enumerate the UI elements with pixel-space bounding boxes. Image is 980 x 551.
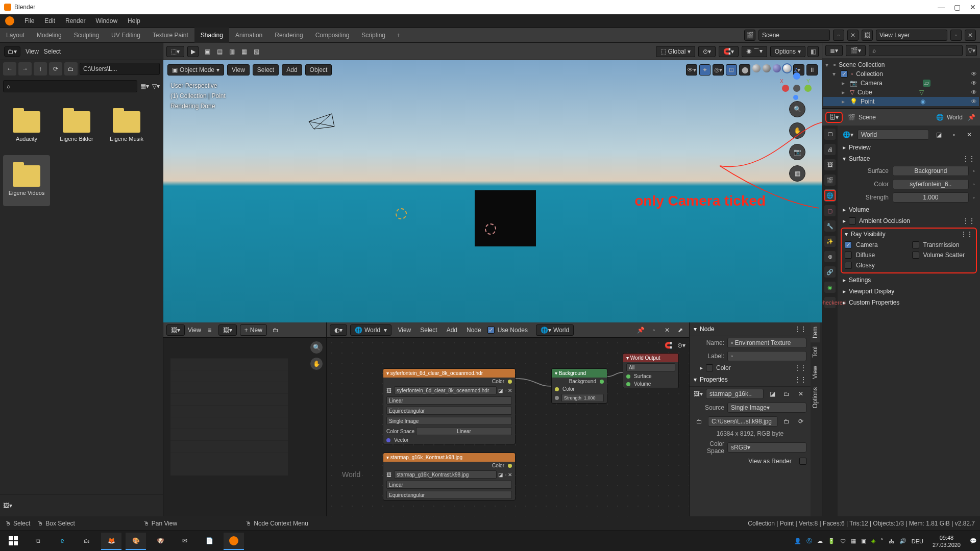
tray-chevron-icon[interactable]: ˄ <box>880 538 884 544</box>
menu-window[interactable]: Window <box>90 14 122 28</box>
menu-help[interactable]: Help <box>122 14 145 28</box>
ne-overlay-icon[interactable]: ⊙▾ <box>676 340 687 351</box>
imgedit-hlines-icon[interactable]: ≡ <box>204 324 215 336</box>
select-mode-5-icon[interactable]: ▧ <box>251 46 262 57</box>
panel-ray-visibility[interactable]: ▾ Ray Visibility⋮⋮ <box>842 229 976 240</box>
scene-delete-icon[interactable]: ✕ <box>847 30 859 41</box>
path-field[interactable]: C:\Users\L... <box>80 63 160 75</box>
outliner-item-cube[interactable]: ▸▽Cube▽👁 <box>823 88 979 97</box>
orientation-dropdown[interactable]: ⬚ Global ▾ <box>656 46 696 57</box>
scene-new-icon[interactable]: ▫ <box>833 30 844 41</box>
proportional-edit-toggle[interactable]: ◉ ⌒▾ <box>742 46 767 57</box>
outliner-display-icon[interactable]: 🎬▾ <box>846 45 866 56</box>
display-mode-icon[interactable]: ▦▾ <box>140 83 149 90</box>
shading-solid-icon[interactable] <box>763 64 771 72</box>
view-as-render-checkbox[interactable] <box>799 458 806 465</box>
tray-lang[interactable]: DEU <box>912 538 923 544</box>
cursor-tool-icon[interactable]: ▶ <box>187 46 199 57</box>
ptab-output-icon[interactable]: 🖨 <box>824 144 836 155</box>
node-color-checkbox[interactable] <box>706 364 713 371</box>
tray-people-icon[interactable]: 👤 <box>794 538 801 544</box>
tab-layout[interactable]: Layout <box>0 28 31 43</box>
nav-newfolder-icon[interactable]: 🗀 <box>64 62 78 76</box>
imgedit-type-icon[interactable]: 🖼▾ <box>3 502 12 509</box>
rayvis-glossy-checkbox[interactable] <box>845 262 852 269</box>
outliner-type-icon[interactable]: ≣▾ <box>825 45 843 56</box>
panel-ao[interactable]: ▸ Ambient Occlusion⋮⋮ <box>840 215 978 227</box>
tray-app1-icon[interactable]: ▦ <box>851 538 856 544</box>
rayvis-camera-checkbox[interactable]: ✓ <box>845 241 852 248</box>
tray-battery-icon[interactable]: 🔋 <box>828 538 835 544</box>
outliner-scene-collection[interactable]: ▾▫Scene Collection <box>823 60 979 69</box>
folder-eigene-musik[interactable]: Eigene Musik <box>103 101 150 152</box>
folder-eigene-videos[interactable]: Eigene Videos <box>3 155 50 206</box>
uv-grid[interactable] <box>170 358 288 475</box>
ne-menu-node[interactable]: Node <box>463 327 484 334</box>
imgedit-type-dropdown-icon[interactable]: 🖼▾ <box>166 324 185 336</box>
tab-sculpting[interactable]: Sculpting <box>68 28 105 43</box>
zoom-gizmo-icon[interactable]: 🔍 <box>789 101 805 117</box>
use-nodes-checkbox[interactable]: ✓ <box>487 327 495 334</box>
pan-gizmo-icon[interactable]: ✋ <box>789 122 805 139</box>
fb-menu-select[interactable]: Select <box>44 48 61 55</box>
pivot-dropdown[interactable]: ⊙▾ <box>698 46 716 57</box>
vp-overlay-1-icon[interactable]: ◧ <box>807 46 819 57</box>
ptab-modifier-icon[interactable]: 🔧 <box>824 220 836 232</box>
vp-menu-add[interactable]: Add <box>282 64 302 76</box>
node-background[interactable]: ▾ Background Background Color Strength 1… <box>551 368 607 404</box>
scene-name-field[interactable]: Scene <box>758 30 830 41</box>
gimp-icon[interactable]: 🐶 <box>150 533 170 550</box>
folder-eigene-bilder[interactable]: Eigene Bilder <box>53 101 100 152</box>
world-unlink-icon[interactable]: ✕ <box>964 129 975 140</box>
viewlayer-field[interactable]: View Layer <box>876 30 947 41</box>
gizmo-toggle-icon[interactable]: ✦ <box>699 64 710 76</box>
viewlayer-delete-icon[interactable]: ✕ <box>965 30 976 41</box>
img-fake-icon[interactable]: 🗀 <box>781 388 792 399</box>
tab-tool[interactable]: Tool <box>811 342 820 362</box>
tray-app2-icon[interactable]: ▣ <box>861 538 866 544</box>
source-dropdown[interactable]: Single Image ▾ <box>727 403 806 413</box>
tab-animation[interactable]: Animation <box>229 28 268 43</box>
node-scope-dropdown[interactable]: 🌐 World ▾ <box>350 324 391 336</box>
mail-icon[interactable]: ✉ <box>175 533 195 550</box>
world-new-icon[interactable]: ◪ <box>933 129 944 140</box>
eye-icon[interactable]: 👁 <box>971 98 977 105</box>
point-light-icon[interactable] <box>396 208 407 219</box>
select-mode-4-icon[interactable]: ▦ <box>238 46 250 57</box>
nav-forward-icon[interactable]: → <box>18 62 32 76</box>
ptab-particles-icon[interactable]: ✨ <box>824 236 836 247</box>
tab-modeling[interactable]: Modeling <box>31 28 68 43</box>
filter-icon[interactable]: ▽▾ <box>152 83 160 90</box>
overlays-toggle-icon[interactable]: ◎▾ <box>713 64 724 76</box>
nav-back-icon[interactable]: ← <box>3 62 16 76</box>
node-env-texture-2[interactable]: ▾ starmap_g16k_Kontrast.k98.jpg Color 🖼s… <box>383 453 516 500</box>
xray-toggle-icon[interactable]: ⊡ <box>726 64 737 76</box>
vp-menu-select[interactable]: Select <box>253 64 279 76</box>
blender-taskbar-icon[interactable] <box>224 533 244 550</box>
imgedit-open-icon[interactable]: 🗀 <box>270 324 281 336</box>
tray-skype-icon[interactable]: Ⓢ <box>806 537 812 545</box>
menu-edit[interactable]: Edit <box>39 14 60 28</box>
ptab-constraints-icon[interactable]: 🔗 <box>824 266 836 278</box>
tab-view[interactable]: View <box>811 362 820 383</box>
surface-shader-dropdown[interactable]: Background <box>893 166 969 176</box>
node-canvas[interactable]: World ▾ syferfontein_6d_clear_8k_oceanmo… <box>327 338 689 516</box>
outliner-filter-icon[interactable]: ▽▾ <box>966 45 977 56</box>
ptab-object-icon[interactable]: ▢ <box>824 205 836 216</box>
imgedit-img-dropdown[interactable]: 🖼▾ <box>218 324 237 336</box>
camera-object-icon[interactable] <box>306 111 337 132</box>
ptab-render-icon[interactable]: 🖵 <box>824 129 836 140</box>
imgedit-menu-view[interactable]: View <box>188 327 201 334</box>
rayvis-volumescatter-checkbox[interactable] <box>912 252 919 259</box>
options-dropdown[interactable]: Options ▾ <box>770 46 805 57</box>
viewlayer-new-icon[interactable]: ▫ <box>950 30 962 41</box>
folder-audacity[interactable]: Audacity <box>3 101 50 152</box>
tray-network-icon[interactable]: 🖧 <box>889 538 894 544</box>
light-data-icon[interactable]: ◉ <box>920 98 925 105</box>
props-world-label[interactable]: World <box>947 114 963 121</box>
cube-object[interactable] <box>475 190 536 246</box>
world-datablock-field[interactable]: World <box>857 130 929 140</box>
firefox-icon[interactable]: 🦊 <box>101 533 121 550</box>
snap-toggle[interactable]: 🧲▾ <box>719 46 739 57</box>
node-world-output[interactable]: ▾ World Output All Surface Volume <box>623 353 679 388</box>
